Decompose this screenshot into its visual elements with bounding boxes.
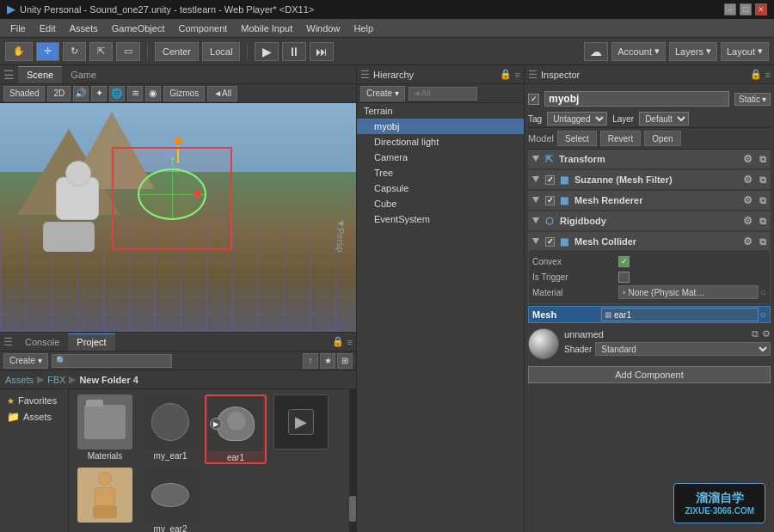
move-tool-button[interactable]: ✛ bbox=[36, 42, 59, 61]
gizmos-btn[interactable]: Gizmos bbox=[163, 86, 205, 101]
material-edit-btn[interactable]: ○ bbox=[760, 286, 766, 298]
asset-figure[interactable] bbox=[74, 468, 136, 532]
tag-select[interactable]: Untagged bbox=[547, 112, 607, 125]
account-dropdown[interactable]: Account ▾ bbox=[611, 42, 666, 61]
asset-my-ear1[interactable]: my_ear1 bbox=[139, 394, 201, 464]
hierarchy-terrain[interactable]: Terrain bbox=[357, 103, 524, 119]
lock-icon[interactable]: 🔒 bbox=[332, 336, 344, 347]
hierarchy-cube[interactable]: Cube bbox=[357, 196, 524, 211]
shading-mode-btn[interactable]: Shaded bbox=[3, 86, 45, 101]
create-btn[interactable]: Create ▾ bbox=[3, 353, 48, 369]
title-bar-controls[interactable]: – □ ✕ bbox=[724, 3, 767, 15]
menu-edit[interactable]: Edit bbox=[33, 21, 63, 35]
layer-select[interactable]: Default bbox=[639, 112, 689, 125]
material-settings-btn[interactable]: ⚙ bbox=[762, 328, 771, 339]
sidebar-favorites[interactable]: ★ Favorites bbox=[0, 393, 68, 408]
component-rigidbody-header[interactable]: ⬡ Rigidbody ⚙ ⧉ bbox=[529, 212, 770, 229]
hierarchy-search[interactable] bbox=[408, 87, 477, 101]
component-mesh-renderer-header[interactable]: ▦ Mesh Renderer ⚙ ⧉ bbox=[529, 192, 770, 209]
skybox-toggle[interactable]: 🌐 bbox=[109, 86, 125, 101]
all-toggle[interactable]: ◄All bbox=[207, 86, 237, 101]
mf-enabled[interactable] bbox=[545, 175, 555, 185]
component-mc-header[interactable]: ▦ Mesh Collider ⚙ ⧉ bbox=[529, 233, 770, 250]
hierarchy-eventsystem[interactable]: EventSystem bbox=[357, 211, 524, 227]
mr-enabled[interactable] bbox=[545, 196, 555, 205]
revert-button[interactable]: Revert bbox=[600, 131, 641, 146]
layers-dropdown[interactable]: Layers ▾ bbox=[669, 42, 717, 61]
component-mf-settings[interactable]: ⚙ bbox=[743, 174, 752, 186]
component-transform-settings[interactable]: ⚙ bbox=[743, 153, 752, 165]
menu-icon[interactable]: ≡ bbox=[347, 337, 353, 347]
component-mf-copy[interactable]: ⧉ bbox=[759, 174, 766, 186]
step-button[interactable]: ⏭ bbox=[310, 42, 334, 61]
select-button[interactable]: Select bbox=[557, 131, 597, 146]
center-button[interactable]: Center bbox=[155, 42, 199, 61]
search-filter-btn[interactable]: ⊞ bbox=[337, 353, 353, 369]
hierarchy-menu[interactable]: ≡ bbox=[515, 70, 520, 80]
component-mr-settings[interactable]: ⚙ bbox=[743, 194, 752, 206]
star-filter-btn[interactable]: ★ bbox=[320, 353, 335, 369]
minimize-button[interactable]: – bbox=[724, 3, 736, 15]
add-component-button[interactable]: Add Component bbox=[528, 366, 771, 383]
component-transform-copy[interactable]: ⧉ bbox=[759, 154, 766, 165]
rotate-tool-button[interactable]: ↻ bbox=[63, 42, 86, 61]
game-tab[interactable]: Game bbox=[62, 66, 105, 83]
menu-help[interactable]: Help bbox=[347, 21, 380, 35]
inspector-menu[interactable]: ≡ bbox=[765, 70, 771, 80]
component-mc-copy[interactable]: ⧉ bbox=[759, 236, 766, 248]
component-mc-settings[interactable]: ⚙ bbox=[743, 235, 752, 248]
obj-enabled-checkbox[interactable] bbox=[528, 94, 539, 105]
asset-my-ear2[interactable]: my_ear2 bbox=[139, 468, 201, 532]
menu-window[interactable]: Window bbox=[299, 21, 347, 35]
component-rb-settings[interactable]: ⚙ bbox=[743, 215, 752, 227]
project-scrollbar-thumb[interactable] bbox=[349, 496, 356, 522]
hierarchy-lock[interactable]: 🔒 bbox=[500, 69, 512, 80]
scale-tool-button[interactable]: ⇱ bbox=[89, 42, 113, 61]
breadcrumb-fbx[interactable]: FBX bbox=[47, 375, 65, 385]
menu-gameobject[interactable]: GameObject bbox=[105, 21, 172, 35]
menu-file[interactable]: File bbox=[3, 21, 33, 35]
asset-ear1[interactable]: ▶ ear1 bbox=[205, 394, 267, 464]
fog-toggle[interactable]: ≋ bbox=[127, 86, 143, 101]
open-button[interactable]: Open bbox=[644, 131, 680, 146]
inspector-lock[interactable]: 🔒 bbox=[750, 69, 762, 80]
flare-toggle[interactable]: ◉ bbox=[145, 86, 161, 101]
scene-tab[interactable]: Scene bbox=[18, 66, 62, 83]
2d-toggle[interactable]: 2D bbox=[47, 86, 71, 101]
component-mesh-filter-header[interactable]: ▦ Suzanne (Mesh Filter) ⚙ ⧉ bbox=[529, 171, 770, 188]
rect-tool-button[interactable]: ▭ bbox=[116, 42, 140, 61]
project-scrollbar[interactable] bbox=[349, 389, 356, 532]
is-trigger-checkbox[interactable] bbox=[618, 272, 630, 283]
material-copy-btn[interactable]: ⧉ bbox=[752, 328, 759, 339]
convex-checkbox[interactable]: ✓ bbox=[618, 256, 630, 267]
hierarchy-capsule[interactable]: Capsule bbox=[357, 180, 524, 196]
component-transform-header[interactable]: ⇱ Transform ⚙ ⧉ bbox=[529, 150, 770, 168]
project-tab[interactable]: Project bbox=[68, 333, 114, 351]
menu-assets[interactable]: Assets bbox=[63, 21, 105, 35]
component-rb-copy[interactable]: ⧉ bbox=[759, 216, 766, 227]
menu-mobileinput[interactable]: Mobile Input bbox=[234, 21, 299, 35]
play-button[interactable]: ▶ bbox=[255, 42, 279, 61]
asset-materials[interactable]: Materials bbox=[74, 394, 136, 464]
hierarchy-myobj[interactable]: myobj bbox=[357, 119, 524, 134]
hierarchy-directional-light[interactable]: Directional light bbox=[357, 134, 524, 150]
hand-tool-button[interactable]: ✋ bbox=[5, 42, 33, 61]
effects-toggle[interactable]: ✦ bbox=[91, 86, 107, 101]
cloud-button[interactable]: ☁ bbox=[584, 42, 608, 61]
layout-dropdown[interactable]: Layout ▾ bbox=[721, 42, 769, 61]
hierarchy-camera[interactable]: Camera bbox=[357, 150, 524, 165]
component-mr-copy[interactable]: ⧉ bbox=[759, 195, 766, 206]
close-button[interactable]: ✕ bbox=[755, 3, 767, 15]
pause-button[interactable]: ⏸ bbox=[282, 42, 306, 61]
mc-enabled[interactable] bbox=[545, 237, 555, 247]
obj-name-input[interactable] bbox=[544, 91, 729, 107]
sidebar-assets[interactable]: 📁 Assets bbox=[0, 408, 68, 425]
menu-component[interactable]: Component bbox=[171, 21, 234, 35]
shader-select[interactable]: Standard bbox=[595, 342, 771, 356]
maximize-button[interactable]: □ bbox=[740, 3, 752, 15]
folder-up-btn[interactable]: ↑ bbox=[303, 353, 318, 369]
local-button[interactable]: Local bbox=[202, 42, 240, 61]
hierarchy-create-btn[interactable]: Create ▾ bbox=[360, 86, 405, 101]
console-tab[interactable]: Console bbox=[16, 333, 68, 351]
project-search[interactable] bbox=[52, 354, 172, 368]
